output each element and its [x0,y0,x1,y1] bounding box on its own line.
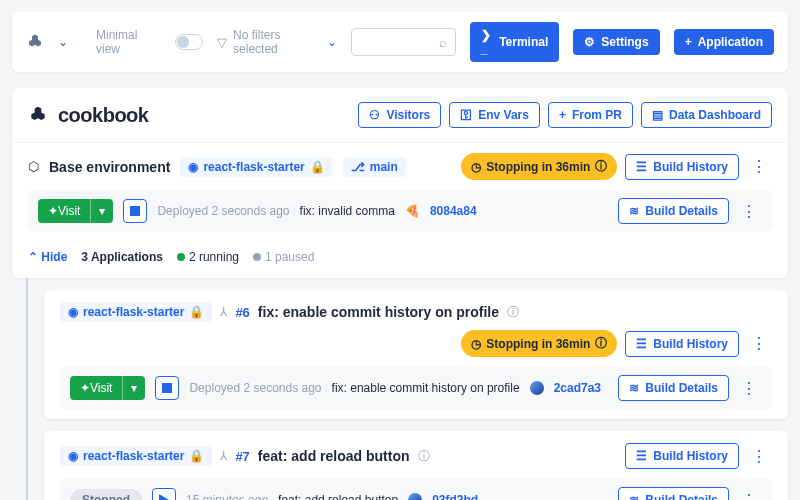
lock-icon: 🔒 [189,449,204,463]
repo-chip[interactable]: ◉react-flask-starter🔒 [60,446,212,466]
layers-icon: ≋ [629,381,639,395]
filter-dropdown[interactable]: ▽ No filters selected ⌄ [217,28,337,56]
pr-icon: ⅄ [220,305,227,319]
plus-icon: + [685,35,692,49]
info-icon[interactable]: ⓘ [418,448,430,465]
pr-title: feat: add reload button [258,448,410,464]
commit-message: fix: invalid comma [300,204,395,218]
github-icon: ◉ [68,305,78,319]
more-menu[interactable]: ⋮ [737,202,762,221]
pr-number[interactable]: #7 [235,449,249,464]
stop-button[interactable] [155,376,179,400]
branch-chip[interactable]: ⎇main [343,157,406,177]
chevron-down-icon[interactable]: ⌄ [58,35,68,49]
layers-icon: ≋ [629,493,639,500]
box-icon: ⬡ [28,159,39,174]
topbar: ⌄ Minimal view ▽ No filters selected ⌄ ⌕… [12,12,788,72]
github-icon: ◉ [188,160,198,174]
filter-icon: ▽ [217,35,227,50]
deployed-time: Deployed 2 seconds ago [189,381,321,395]
new-application-button[interactable]: +Application [674,29,774,55]
running-count: 2 running [177,250,239,264]
chevron-up-icon: ⌃ [28,250,38,264]
hide-toggle[interactable]: ⌃ Hide [28,250,67,264]
gear-icon: ⚙ [584,35,595,49]
list-icon: ☰ [636,337,647,351]
visit-button[interactable]: ✦Visit [70,376,122,400]
more-menu[interactable]: ⋮ [737,379,762,398]
more-menu[interactable]: ⋮ [747,447,772,466]
minimal-view-label: Minimal view [96,28,161,56]
pr-title: fix: enable commit history on profile [258,304,499,320]
commit-sha[interactable]: 2cad7a3 [554,381,601,395]
data-dashboard-button[interactable]: ▤Data Dashboard [641,102,772,128]
list-icon: ☰ [636,449,647,463]
visit-dropdown[interactable]: ▾ [122,376,145,400]
build-details-button[interactable]: ≋Build Details [618,487,729,500]
visitors-button[interactable]: ⚇Visitors [358,102,441,128]
env-vars-button[interactable]: ⚿Env Vars [449,102,540,128]
search-icon: ⌕ [439,35,447,50]
more-menu[interactable]: ⋮ [747,334,772,353]
more-menu[interactable]: ⋮ [747,157,772,176]
stopping-badge: ◷Stopping in 36minⓘ [461,153,617,180]
pr-card: ◉react-flask-starter🔒 ⅄ #7 feat: add rel… [44,431,788,500]
paused-count: 1 paused [253,250,314,264]
brand-icon [28,105,48,125]
terminal-icon: ❯_ [481,28,494,56]
layers-icon: ≋ [629,204,639,218]
project-title: cookbook [58,104,148,127]
pr-number[interactable]: #6 [235,305,249,320]
stopped-badge: Stopped [70,489,142,500]
minimal-view-toggle[interactable] [175,34,203,50]
users-icon: ⚇ [369,108,380,122]
github-icon: ◉ [68,449,78,463]
deployed-time: 15 minutes ago [186,493,268,500]
commit-sha[interactable]: 8084a84 [430,204,477,218]
project-card: cookbook ⚇Visitors ⚿Env Vars +From PR ▤D… [12,88,788,278]
build-history-button[interactable]: ☰Build History [625,154,739,180]
stopping-badge: ◷Stopping in 36minⓘ [461,330,617,357]
avatar [408,493,422,500]
stop-icon [162,383,172,393]
branch-icon: ⎇ [351,160,365,174]
clock-icon: ◷ [471,160,481,174]
rocket-icon: ✦ [48,204,58,218]
info-icon[interactable]: ⓘ [595,158,607,175]
apps-count: 3 Applications [81,250,163,264]
terminal-button[interactable]: ❯_Terminal [470,22,560,62]
key-icon: ⚿ [460,108,472,122]
avatar [530,381,544,395]
play-button[interactable] [152,488,176,500]
plus-icon: + [559,108,566,122]
from-pr-button[interactable]: +From PR [548,102,633,128]
more-menu[interactable]: ⋮ [737,491,762,501]
pr-icon: ⅄ [220,449,227,463]
build-details-button[interactable]: ≋Build Details [618,375,729,401]
visit-button[interactable]: ✦Visit [38,199,90,223]
env-title: Base environment [49,159,170,175]
settings-button[interactable]: ⚙Settings [573,29,659,55]
pr-card: ◉react-flask-starter🔒 ⅄ #6 fix: enable c… [44,290,788,419]
list-icon: ☰ [636,160,647,174]
rocket-icon: ✦ [80,381,90,395]
apps-summary: ⌃ Hide 3 Applications 2 running 1 paused [12,242,788,278]
build-history-button[interactable]: ☰Build History [625,443,739,469]
commit-message: feat: add reload button [278,493,398,500]
build-details-button[interactable]: ≋Build Details [618,198,729,224]
repo-chip[interactable]: ◉react-flask-starter🔒 [60,302,212,322]
visit-dropdown[interactable]: ▾ [90,199,113,223]
build-history-button[interactable]: ☰Build History [625,331,739,357]
search-input[interactable]: ⌕ [351,28,456,56]
deployed-time: Deployed 2 seconds ago [157,204,289,218]
commit-message: fix: enable commit history on profile [332,381,520,395]
dashboard-icon: ▤ [652,108,663,122]
info-icon[interactable]: ⓘ [595,335,607,352]
commit-sha[interactable]: 03fd2bd [432,493,478,500]
stop-button[interactable] [123,199,147,223]
stop-icon [130,206,140,216]
info-icon[interactable]: ⓘ [507,304,519,321]
lock-icon: 🔒 [189,305,204,319]
repo-chip[interactable]: ◉react-flask-starter🔒 [180,157,332,177]
brand-icon [26,33,44,51]
